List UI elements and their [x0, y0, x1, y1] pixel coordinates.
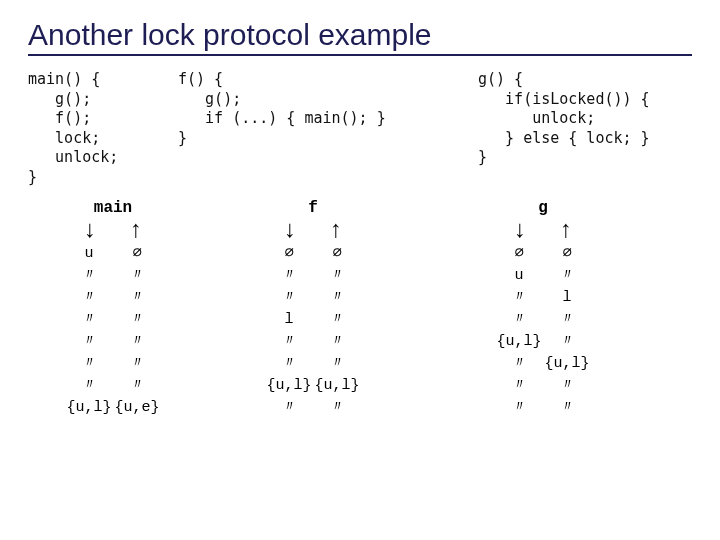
- cell: 〃: [313, 397, 361, 419]
- trace-table: u 〃 〃 〃 〃 〃 〃 {u,l} ∅ 〃 〃 〃 〃 〃 〃 {u,e}: [28, 243, 692, 419]
- cell: 〃: [113, 265, 161, 287]
- cell: 〃: [65, 265, 113, 287]
- cell: 〃: [65, 353, 113, 375]
- cell: 〃: [543, 397, 591, 419]
- cell: 〃: [313, 331, 361, 353]
- cell: 〃: [113, 331, 161, 353]
- cell: 〃: [543, 331, 591, 353]
- cell: 〃: [495, 375, 543, 397]
- cell: 〃: [113, 375, 161, 397]
- cell: 〃: [113, 353, 161, 375]
- cell: {u,e}: [113, 397, 161, 419]
- cell: 〃: [495, 309, 543, 331]
- arrow-down-icon: ↓: [84, 217, 96, 241]
- cell: ∅: [543, 243, 591, 265]
- arrow-up-icon: ↑: [560, 217, 572, 241]
- col-g-up: ∅ 〃 l 〃 〃 {u,l} 〃 〃: [543, 243, 591, 419]
- code-f: f() { g(); if (...) { main(); } }: [178, 70, 478, 187]
- cell: 〃: [65, 287, 113, 309]
- cell: 〃: [65, 375, 113, 397]
- label-f: f: [198, 199, 428, 217]
- code-row: main() { g(); f(); lock; unlock; } f() {…: [28, 70, 692, 187]
- label-g: g: [428, 199, 658, 217]
- cell: 〃: [265, 397, 313, 419]
- cell: 〃: [265, 331, 313, 353]
- cell: ∅: [313, 243, 361, 265]
- cell: u: [495, 265, 543, 287]
- cell: 〃: [265, 265, 313, 287]
- cell: 〃: [543, 309, 591, 331]
- slide-title: Another lock protocol example: [28, 18, 692, 52]
- cell: {u,l}: [265, 375, 313, 397]
- cell: 〃: [265, 353, 313, 375]
- cell: 〃: [495, 397, 543, 419]
- cell: 〃: [313, 309, 361, 331]
- cell: 〃: [495, 287, 543, 309]
- code-main: main() { g(); f(); lock; unlock; }: [28, 70, 178, 187]
- cell: ∅: [495, 243, 543, 265]
- trace-labels: main f g: [28, 199, 692, 217]
- code-g: g() { if(isLocked()) { unlock; } else { …: [478, 70, 692, 187]
- cell: 〃: [313, 265, 361, 287]
- cell: ∅: [265, 243, 313, 265]
- cell: l: [543, 287, 591, 309]
- cell: {u,l}: [65, 397, 113, 419]
- cell: 〃: [543, 265, 591, 287]
- arrow-down-icon: ↓: [284, 217, 296, 241]
- cell: {u,l}: [313, 375, 361, 397]
- slide: Another lock protocol example main() { g…: [0, 0, 720, 540]
- cell: 〃: [313, 353, 361, 375]
- cell: 〃: [113, 287, 161, 309]
- trace-arrows: ↓ ↑ ↓ ↑ ↓ ↑: [28, 217, 692, 241]
- cell: 〃: [543, 375, 591, 397]
- col-main-down: u 〃 〃 〃 〃 〃 〃 {u,l}: [65, 243, 113, 419]
- cell: l: [265, 309, 313, 331]
- arrow-up-icon: ↑: [130, 217, 142, 241]
- arrow-up-icon: ↑: [330, 217, 342, 241]
- col-main-up: ∅ 〃 〃 〃 〃 〃 〃 {u,e}: [113, 243, 161, 419]
- cell: 〃: [113, 309, 161, 331]
- col-f-down: ∅ 〃 〃 l 〃 〃 {u,l} 〃: [265, 243, 313, 419]
- cell: ∅: [113, 243, 161, 265]
- cell: 〃: [495, 353, 543, 375]
- col-g-down: ∅ u 〃 〃 {u,l} 〃 〃 〃: [495, 243, 543, 419]
- cell: u: [65, 243, 113, 265]
- col-f-up: ∅ 〃 〃 〃 〃 〃 {u,l} 〃: [313, 243, 361, 419]
- cell: 〃: [265, 287, 313, 309]
- cell: 〃: [65, 309, 113, 331]
- label-main: main: [28, 199, 198, 217]
- cell: 〃: [65, 331, 113, 353]
- cell: {u,l}: [543, 353, 591, 375]
- cell: 〃: [313, 287, 361, 309]
- title-rule: [28, 54, 692, 56]
- arrow-down-icon: ↓: [514, 217, 526, 241]
- cell: {u,l}: [495, 331, 543, 353]
